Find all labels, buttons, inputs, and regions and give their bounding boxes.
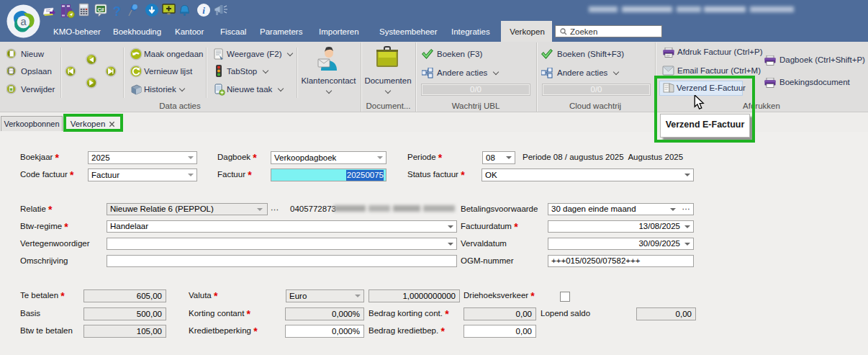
svg-text:?: ? xyxy=(113,4,121,19)
svg-text:C#: C# xyxy=(97,6,104,13)
svg-text:i: i xyxy=(202,5,205,16)
svg-text:a: a xyxy=(20,16,27,27)
